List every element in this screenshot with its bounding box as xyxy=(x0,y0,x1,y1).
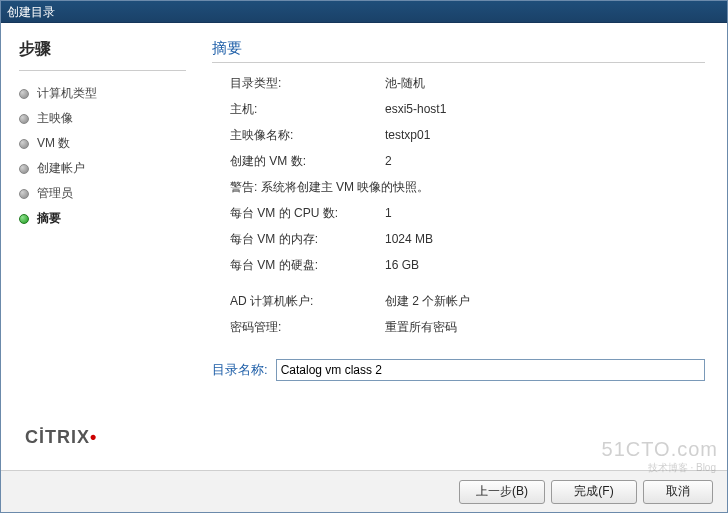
summary-value: 2 xyxy=(385,154,705,168)
bullet-icon xyxy=(19,89,29,99)
summary-value: 重置所有密码 xyxy=(385,319,705,336)
summary-row: 创建的 VM 数: 2 xyxy=(230,153,705,170)
step-computer-type[interactable]: 计算机类型 xyxy=(19,81,186,106)
back-button[interactable]: 上一步(B) xyxy=(459,480,545,504)
summary-value: testxp01 xyxy=(385,128,705,142)
step-label: VM 数 xyxy=(37,135,70,152)
wizard-window: 创建目录 步骤 计算机类型 主映像 VM 数 xyxy=(0,0,728,513)
summary-row: 每台 VM 的硬盘: 16 GB xyxy=(230,257,705,274)
brand-logo: CİTRIX• xyxy=(19,427,186,460)
sidebar-divider xyxy=(19,70,186,71)
finish-button[interactable]: 完成(F) xyxy=(551,480,637,504)
summary-label: 主机: xyxy=(230,101,385,118)
main-panel: 摘要 目录类型: 池-随机 主机: esxi5-host1 主映像名称: tes… xyxy=(196,23,727,470)
summary-label: 每台 VM 的 CPU 数: xyxy=(230,205,385,222)
summary-label: 密码管理: xyxy=(230,319,385,336)
summary-rows: 目录类型: 池-随机 主机: esxi5-host1 主映像名称: testxp… xyxy=(212,75,705,345)
summary-row: AD 计算机帐户: 创建 2 个新帐户 xyxy=(230,293,705,310)
sidebar-title: 步骤 xyxy=(19,39,186,60)
summary-row: 密码管理: 重置所有密码 xyxy=(230,319,705,336)
cancel-button[interactable]: 取消 xyxy=(643,480,713,504)
summary-value: 池-随机 xyxy=(385,75,705,92)
step-label: 主映像 xyxy=(37,110,73,127)
step-label: 计算机类型 xyxy=(37,85,97,102)
summary-label: 目录类型: xyxy=(230,75,385,92)
summary-row: 每台 VM 的内存: 1024 MB xyxy=(230,231,705,248)
summary-value: 16 GB xyxy=(385,258,705,272)
brand-dot-icon: • xyxy=(90,427,97,447)
bullet-icon xyxy=(19,214,29,224)
footer: 上一步(B) 完成(F) 取消 xyxy=(1,470,727,512)
summary-label: 每台 VM 的内存: xyxy=(230,231,385,248)
catalog-name-row: 目录名称: xyxy=(212,359,705,381)
step-label: 创建帐户 xyxy=(37,160,85,177)
step-create-accounts[interactable]: 创建帐户 xyxy=(19,156,186,181)
summary-value: 1024 MB xyxy=(385,232,705,246)
catalog-name-input[interactable] xyxy=(276,359,705,381)
bullet-icon xyxy=(19,164,29,174)
bullet-icon xyxy=(19,189,29,199)
main-divider xyxy=(212,62,705,63)
summary-label: 每台 VM 的硬盘: xyxy=(230,257,385,274)
row-gap xyxy=(230,283,705,293)
catalog-name-label: 目录名称: xyxy=(212,361,268,379)
summary-row: 主机: esxi5-host1 xyxy=(230,101,705,118)
bullet-icon xyxy=(19,139,29,149)
summary-label: 创建的 VM 数: xyxy=(230,153,385,170)
step-list: 计算机类型 主映像 VM 数 创建帐户 管理员 xyxy=(19,81,186,231)
summary-value: 创建 2 个新帐户 xyxy=(385,293,705,310)
window-title-bar: 创建目录 xyxy=(1,1,727,23)
bullet-icon xyxy=(19,114,29,124)
step-vm-count[interactable]: VM 数 xyxy=(19,131,186,156)
summary-warning: 警告: 系统将创建主 VM 映像的快照。 xyxy=(230,179,705,196)
summary-label: 主映像名称: xyxy=(230,127,385,144)
step-label: 摘要 xyxy=(37,210,61,227)
summary-label: 警告: 系统将创建主 VM 映像的快照。 xyxy=(230,179,429,196)
summary-value: 1 xyxy=(385,206,705,220)
step-admin[interactable]: 管理员 xyxy=(19,181,186,206)
summary-label: AD 计算机帐户: xyxy=(230,293,385,310)
step-master-image[interactable]: 主映像 xyxy=(19,106,186,131)
window-body: 步骤 计算机类型 主映像 VM 数 创建帐户 xyxy=(1,23,727,470)
step-summary[interactable]: 摘要 xyxy=(19,206,186,231)
step-label: 管理员 xyxy=(37,185,73,202)
brand-text: CİTRIX xyxy=(25,427,90,447)
window-title: 创建目录 xyxy=(7,5,55,19)
summary-value: esxi5-host1 xyxy=(385,102,705,116)
summary-row: 目录类型: 池-随机 xyxy=(230,75,705,92)
summary-row: 每台 VM 的 CPU 数: 1 xyxy=(230,205,705,222)
sidebar: 步骤 计算机类型 主映像 VM 数 创建帐户 xyxy=(1,23,196,470)
summary-row: 主映像名称: testxp01 xyxy=(230,127,705,144)
main-title: 摘要 xyxy=(212,39,705,58)
